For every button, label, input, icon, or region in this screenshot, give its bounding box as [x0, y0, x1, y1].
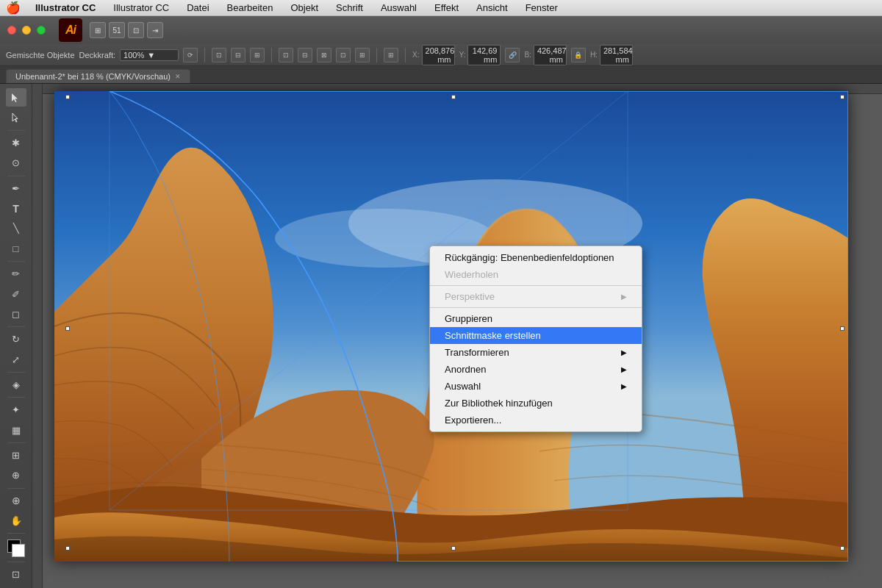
tool-pencil[interactable]: ✐ — [6, 284, 26, 303]
left-ruler — [32, 84, 43, 588]
tool-blend[interactable]: ◈ — [6, 376, 26, 394]
color-fill[interactable] — [6, 538, 26, 556]
handle-mid-left[interactable] — [65, 326, 70, 331]
tab-bar: Unbenannt-2* bei 118 % (CMYK/Vorschau) ✕ — [0, 66, 882, 84]
ctx-perspective: Perspektive ▶ — [430, 288, 642, 305]
canvas-area[interactable]: Rückgängig: Ebenenbedienfeldoptionen Wie… — [32, 84, 882, 588]
opacity-cycle-icon[interactable]: ⟳ — [183, 48, 198, 62]
constrain-icon[interactable]: 🔒 — [571, 48, 586, 62]
menu-fenster[interactable]: Ansicht — [473, 1, 511, 15]
menu-bearbeiten[interactable]: Datei — [184, 1, 212, 15]
ctx-add-library[interactable]: Zur Bibliothek hinzufügen — [430, 395, 642, 412]
menu-bar: 🍎 Illustrator CC Illustrator CC Datei Be… — [0, 0, 882, 16]
ctx-redo: Wiederholen — [430, 266, 642, 283]
tool-paintbrush[interactable]: ✏ — [6, 265, 26, 283]
tool-pen[interactable]: ✒ — [6, 179, 26, 197]
tool-shape-builder[interactable]: ⊕ — [6, 466, 26, 484]
app-icon-area: Ai ⊞ 51 ⊡ ⇥ — [59, 18, 163, 42]
handle-bottom-right[interactable] — [840, 546, 845, 551]
handle-top-left[interactable] — [65, 95, 70, 99]
app-logo: Ai — [59, 18, 82, 42]
menu-schrift[interactable]: Objekt — [287, 1, 321, 15]
handle-mid-right[interactable] — [840, 326, 845, 331]
divider-1 — [204, 48, 205, 62]
context-menu: Rückgängig: Ebenenbedienfeldoptionen Wie… — [429, 245, 642, 432]
arrange-arrow-icon: ▶ — [621, 365, 627, 373]
doc-tab-label: Unbenannt-2* bei 118 % (CMYK/Vorschau) — [15, 72, 171, 81]
tool-line[interactable]: ╲ — [6, 219, 26, 237]
tool-direct-selection[interactable] — [6, 108, 26, 126]
handle-top-mid[interactable] — [451, 95, 456, 99]
ctx-clip-mask[interactable]: Schnittmaske erstellen — [430, 327, 642, 344]
ctx-sep-2 — [430, 307, 642, 308]
h-input[interactable]: 281,584 mm — [600, 45, 633, 65]
tool-gradient[interactable]: ▦ — [6, 421, 26, 440]
icon-grid[interactable]: ⊡ — [128, 22, 144, 38]
ctx-transform[interactable]: Transformieren ▶ — [430, 344, 642, 361]
tool-rect[interactable]: □ — [6, 240, 26, 258]
menu-app-name[interactable]: Illustrator CC — [32, 1, 98, 15]
tool-divider-8 — [7, 488, 25, 489]
handle-bottom-left[interactable] — [65, 546, 70, 551]
tool-divider-5 — [7, 372, 25, 373]
ctx-undo[interactable]: Rückgängig: Ebenenbedienfeldoptionen — [430, 249, 642, 266]
tool-magic-wand[interactable]: ✱ — [6, 134, 26, 152]
ctx-group[interactable]: Gruppieren — [430, 310, 642, 327]
perspective-arrow-icon: ▶ — [621, 293, 627, 301]
window-maximize-button[interactable] — [37, 26, 46, 35]
handle-top-right[interactable] — [840, 95, 845, 99]
window-close-button[interactable] — [7, 26, 16, 35]
tool-divider-1 — [7, 130, 25, 131]
blend-mode-label: Gemischte Objekte — [6, 51, 75, 60]
tool-divider-7 — [7, 442, 25, 443]
tool-lasso[interactable]: ⊙ — [6, 154, 26, 172]
workspace: ✱ ⊙ ✒ T ╲ □ ✏ ✐ ◻ ↻ ⤢ ◈ ✦ ▦ ⊞ ⊕ ⊕ ✋ ⊡ — [0, 84, 882, 588]
tool-hand[interactable]: ✋ — [6, 512, 26, 530]
tool-screen-mode[interactable]: ⊡ — [6, 565, 26, 584]
doc-tab-close-icon[interactable]: ✕ — [175, 73, 181, 80]
icon-arrow[interactable]: ⇥ — [147, 22, 163, 38]
transform-icon-4[interactable]: ⊡ — [336, 48, 351, 62]
icon-switcher[interactable]: ⊞ — [90, 22, 106, 38]
menu-ansicht[interactable]: Effekt — [431, 1, 462, 15]
tool-eraser[interactable]: ◻ — [6, 305, 26, 323]
menu-hilfe[interactable]: Fenster — [523, 1, 561, 15]
opacity-dropdown[interactable]: 100% ▼ — [120, 49, 179, 61]
tool-scale[interactable]: ⤢ — [6, 351, 26, 369]
tool-rotate[interactable]: ↻ — [6, 330, 26, 348]
y-input[interactable]: 142,69 mm — [467, 45, 501, 65]
menu-effekt[interactable]: Auswahl — [378, 1, 420, 15]
ctx-arrange[interactable]: Anordnen ▶ — [430, 361, 642, 378]
menu-datei[interactable]: Illustrator CC — [110, 1, 172, 15]
grid-icon[interactable]: ⊞ — [384, 48, 398, 62]
transform-icon-2[interactable]: ⊟ — [298, 48, 312, 62]
icon-51[interactable]: 51 — [109, 22, 125, 38]
tool-type[interactable]: T — [6, 199, 26, 218]
tool-divider-3 — [7, 261, 25, 262]
link-icon[interactable]: 🔗 — [505, 48, 520, 62]
opacity-label: Deckkraft: — [79, 51, 116, 60]
divider-2 — [271, 48, 272, 62]
align-icon-2[interactable]: ⊟ — [231, 48, 245, 62]
menu-auswahl[interactable]: Schrift — [333, 1, 366, 15]
options-bar: Gemischte Objekte Deckkraft: 100% ▼ ⟳ ⊡ … — [0, 44, 882, 66]
apple-menu[interactable]: 🍎 — [6, 1, 21, 15]
tool-mesh[interactable]: ⊞ — [6, 446, 26, 465]
menu-objekt[interactable]: Bearbeiten — [224, 1, 276, 15]
ctx-select[interactable]: Auswahl ▶ — [430, 378, 642, 395]
transform-icon-3[interactable]: ⊠ — [317, 48, 331, 62]
handle-bottom-mid[interactable] — [451, 546, 456, 551]
ctx-sep-1 — [430, 285, 642, 286]
transform-icon-1[interactable]: ⊡ — [279, 48, 293, 62]
b-input[interactable]: 426,487 mm — [534, 45, 567, 65]
window-minimize-button[interactable] — [22, 26, 31, 35]
transform-icon-5[interactable]: ⊞ — [355, 48, 370, 62]
align-icon-1[interactable]: ⊡ — [212, 48, 226, 62]
document-tab[interactable]: Unbenannt-2* bei 118 % (CMYK/Vorschau) ✕ — [6, 69, 190, 83]
x-input[interactable]: 208,876 mm — [422, 45, 455, 65]
tool-eyedropper[interactable]: ✦ — [6, 401, 26, 419]
tool-selection[interactable] — [6, 88, 26, 107]
align-icon-3[interactable]: ⊞ — [250, 48, 265, 62]
tool-zoom[interactable]: ⊕ — [6, 492, 26, 510]
ctx-export[interactable]: Exportieren... — [430, 412, 642, 429]
